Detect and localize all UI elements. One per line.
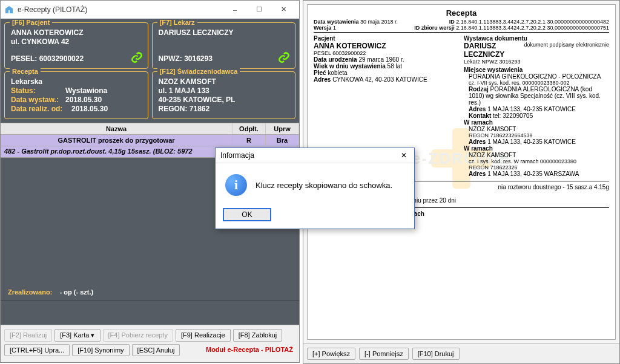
list-header: Nazwa Odpłt. Uprw [1, 123, 299, 135]
summary-line: Zrealizowano: - op (- szt.) [1, 284, 299, 301]
doc-issuer-addr-lbl: Adres [469, 106, 486, 112]
doc-title: Recepta [314, 8, 609, 18]
maximize-button[interactable]: ☐ [247, 1, 271, 18]
modal-close-button[interactable]: ✕ [398, 151, 409, 160]
col-name[interactable]: Nazwa [1, 123, 232, 134]
provider-name: NZOZ KAMSOFT [159, 77, 289, 86]
close-button[interactable]: ✕ [271, 1, 295, 18]
karta-button[interactable]: [F3] Karta ▾ [54, 329, 100, 342]
zablokuj-button[interactable]: [F8] Zablokuj [233, 329, 283, 342]
bottom-dark-spacer [1, 301, 299, 325]
recepta-legend: Recepta [10, 68, 41, 75]
doc-issuer-wramach1-addr: 1 MAJA 133, 40-235 KATOWICE [487, 138, 576, 145]
bottom-toolbar: [F2] Realizuj [F3] Karta ▾ [F4] Pobierz … [1, 325, 299, 362]
realizuj-button[interactable]: [F2] Realizuj [4, 329, 52, 342]
info-icon: i [225, 174, 247, 196]
row-name: GASTROLIT proszek do przygotowar [1, 135, 232, 146]
patient-address: ul. CYNKOWA 42 [11, 37, 142, 46]
doc-issuer-place-name: PORADNIA GINEKOLOGICZNO - POŁOŻNICZA [469, 73, 609, 80]
doc-id-label: ID [449, 19, 455, 25]
doc-issuer-wramach1-addr-lbl: Adres [469, 138, 486, 145]
doc-issuer-place-hdr: Miejsce wystawienia [464, 67, 609, 73]
doc-meta: Data wystawienia 30 maja 2018 r. Wersja … [314, 19, 609, 33]
synonimy-button[interactable]: [F10] Synonimy [72, 344, 129, 356]
doctor-name: DARIUSZ LECZNICZY [159, 28, 289, 37]
regon-label: REGON: [159, 105, 188, 113]
recepta-box: Recepta Lekarska Status:Wystawiona Data … [4, 71, 148, 119]
from-value: 2018.05.30 [71, 105, 108, 113]
doc-issuer-wramach2-name: NZOZ KAMSOFT [469, 152, 609, 158]
doc-patient-dob: 29 marca 1960 r. [358, 56, 404, 63]
modal-title-text: Informacja [220, 151, 254, 160]
doc-issuer-addr: 1 MAJA 133, 40-235 KATOWICE [487, 106, 576, 112]
doc-issuer-wramach1-regon: 71862232664539 [490, 132, 533, 138]
modal-message: Klucz recepty skopiowano do schowka. [256, 181, 392, 190]
status-value: Wystawiona [65, 86, 107, 95]
doc-issuer-kontakt-lbl: Kontakt [469, 112, 491, 119]
link-icon[interactable] [131, 51, 143, 63]
print-button[interactable]: [F10] Drukuj [412, 348, 460, 360]
doctor-legend: [F7] Lekarz [157, 19, 197, 26]
zoom-in-button[interactable]: [+] Powiększ [307, 348, 355, 360]
provider-address1: ul. 1 MAJA 133 [159, 86, 289, 95]
doc-issuer-wramach1-regon-lbl: REGON [469, 132, 489, 138]
doc-patient-addr-label: Adres [314, 76, 331, 83]
realizacje-button[interactable]: [F9] Realizacje [176, 329, 231, 342]
doc-patient-addr: CYNKOWA 42, 40-203 KATOWICE [332, 76, 427, 83]
from-label: Data realiz. od: [11, 105, 71, 113]
summary-label: Zrealizowano: [8, 288, 52, 296]
doc-issuer-wramach2-code-lbl: cz. I sys. kod. res. W ramach [469, 158, 539, 164]
link-icon[interactable] [278, 51, 290, 63]
doc-patient-age-label: Wiek w dniu wystawienia [314, 63, 386, 70]
issued-value: 2018.05.30 [65, 96, 102, 104]
pesel-label: PESEL: [11, 54, 37, 63]
top-info-grid: [F6] Pacjent ANNA KOTEROWICZ ul. CYNKOWA… [1, 19, 299, 123]
doc-patient-pesel: 60032900022 [332, 50, 366, 56]
doc-issuer-wramach2-addr: 1 MAJA 133, 40-235 WARSZAWA [487, 171, 579, 177]
pesel-value: 60032900022 [39, 54, 84, 63]
doc-patient-age: 58 lat [388, 63, 402, 70]
col-uprw[interactable]: Uprw [266, 123, 299, 134]
modal-body: i Klucz recepty skopiowano do schowka. [216, 163, 414, 204]
row-odpl: R [232, 135, 266, 146]
issued-label: Data wystaw.: [11, 96, 65, 104]
anuluj-button[interactable]: [ESC] Anuluj [132, 344, 180, 356]
doctor-box: [F7] Lekarz DARIUSZ LECZNICZY NPWZ: 3016… [152, 22, 296, 69]
doc-issuer-rodzaj: PORADNIA ALERGOLOGICZNA (kod 1010) wg sł… [469, 86, 601, 106]
doc-issuer-place-sub: cz. I-VII sys. kod. res. 000000023380-00… [469, 80, 609, 86]
modal-titlebar: Informacja ✕ [216, 148, 414, 163]
zoom-out-button[interactable]: [-] Pomniejsz [359, 348, 409, 360]
svg-rect-1 [8, 10, 10, 13]
doc-issuer-rodzaj-lbl: Rodzaj [469, 86, 489, 93]
doc-setid-label: ID zbioru wersji [414, 25, 455, 31]
patient-box: [F6] Pacjent ANNA KOTEROWICZ ul. CYNKOWA… [4, 22, 148, 69]
doc-issuer-npwz: 3016293 [500, 59, 521, 65]
summary-value: - op (- szt.) [60, 288, 94, 296]
col-odpl[interactable]: Odpłt. [232, 123, 266, 134]
list-row[interactable]: GASTROLIT proszek do przygotowar R Bra [1, 135, 299, 146]
upra-button[interactable]: [CTRL+F5] Upra... [4, 344, 70, 356]
doc-issuer-wramach2-regon-lbl: REGON [469, 164, 489, 171]
minimize-button[interactable]: – [223, 1, 247, 18]
info-dialog: Informacja ✕ i Klucz recepty skopiowano … [215, 148, 415, 229]
doc-issuer-wramach2-regon: 718622326 [490, 164, 518, 171]
doc-issuer: Wystawca dokumentu dokument podpisany el… [464, 35, 609, 177]
doc-issuer-wramach2-hdr: W ramach [464, 145, 609, 152]
doc-issuer-header: Wystawca dokumentu [464, 35, 527, 42]
doc-version-label: Wersja [314, 25, 331, 31]
doc-patient-sex-label: Płeć [314, 70, 326, 76]
module-label: Moduł e-Recepta - PILOTAŻ [203, 344, 295, 356]
doc-patient-sex: kobieta [328, 70, 347, 76]
doc-setid-value: 2.16.840.1.113883.3.4424.2.7.20.2.2 30.0… [456, 25, 609, 31]
npwz-value: 3016293 [184, 54, 213, 63]
ok-button[interactable]: OK [223, 208, 271, 221]
window-controls: – ☐ ✕ [223, 1, 295, 18]
doc-patient-name: ANNA KOTEROWICZ [314, 42, 459, 50]
pobierz-button[interactable]: [F4] Pobierz recepty [103, 329, 173, 342]
status-label: Status: [11, 86, 65, 95]
doc-id-value: 2.16.840.1.113883.3.4424.2.7.20.2.1 30.0… [456, 19, 609, 25]
npwz-label: NPWZ: [159, 54, 182, 63]
doc-version-value: 1 [333, 25, 336, 31]
provider-address2: 40-235 KATOWICE, PL [159, 96, 289, 104]
doc-issued-value: 30 maja 2018 r. [360, 19, 398, 25]
